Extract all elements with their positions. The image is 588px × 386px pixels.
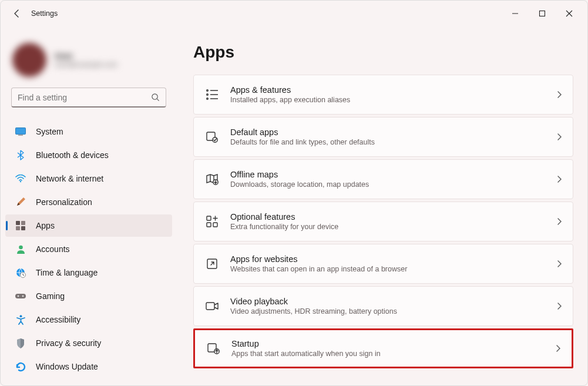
svg-rect-29	[207, 216, 211, 220]
avatar	[12, 43, 46, 77]
sidebar-item-update[interactable]: Windows Update	[5, 355, 172, 378]
svg-point-25	[213, 137, 217, 142]
chevron-right-icon	[557, 90, 562, 99]
svg-rect-10	[21, 226, 25, 230]
chevron-right-icon	[557, 175, 562, 183]
card-apps-features[interactable]: Apps & features Installed apps, app exec…	[193, 75, 573, 115]
user-email: user@example.com	[55, 61, 117, 69]
svg-line-3	[157, 99, 159, 100]
app-title: Settings	[31, 9, 58, 18]
card-offline-maps[interactable]: Offline maps Downloads, storage location…	[193, 159, 573, 199]
titlebar: Settings	[1, 1, 587, 26]
card-title: Startup	[231, 339, 556, 348]
chevron-right-icon	[557, 302, 562, 310]
card-title: Default apps	[230, 127, 557, 137]
default-apps-icon	[204, 129, 220, 145]
search-input[interactable]	[18, 93, 151, 102]
sidebar-item-label: Gaming	[36, 291, 65, 301]
gamepad-icon	[15, 290, 26, 302]
add-grid-icon	[204, 214, 220, 229]
user-name: User	[55, 51, 117, 61]
sidebar-item-apps[interactable]: Apps	[5, 214, 172, 237]
update-icon	[15, 361, 26, 372]
sidebar-item-label: Accounts	[36, 244, 70, 254]
card-startup[interactable]: Startup Apps that start automatically wh…	[193, 328, 573, 368]
sidebar-item-label: Time & language	[36, 268, 98, 277]
sidebar-item-label: Accessibility	[36, 315, 80, 324]
svg-rect-8	[21, 221, 25, 225]
card-subtitle: Downloads, storage location, map updates	[230, 180, 557, 189]
card-title: Optional features	[230, 212, 557, 221]
card-subtitle: Defaults for file and link types, other …	[230, 138, 557, 146]
svg-rect-33	[206, 303, 214, 310]
svg-point-16	[22, 296, 24, 297]
card-optional-features[interactable]: Optional features Extra functionality fo…	[193, 202, 573, 241]
chevron-right-icon	[556, 344, 561, 353]
svg-point-17	[19, 315, 22, 317]
sidebar-item-network[interactable]: Network & internet	[5, 167, 172, 190]
sidebar-item-personalization[interactable]: Personalization	[5, 191, 172, 213]
person-icon	[15, 243, 26, 255]
svg-rect-1	[540, 11, 545, 16]
card-subtitle: Websites that can open in an app instead…	[230, 265, 557, 273]
card-subtitle: Extra functionality for your device	[230, 223, 557, 231]
window-controls	[502, 2, 583, 25]
sidebar-item-accounts[interactable]: Accounts	[5, 238, 172, 260]
sidebar-item-time[interactable]: Time & language	[5, 261, 172, 284]
sidebar-item-label: Network & internet	[36, 174, 103, 183]
card-subtitle: Installed apps, app execution aliases	[230, 96, 557, 104]
list-icon	[204, 87, 220, 102]
card-title: Apps for websites	[230, 254, 557, 264]
svg-point-22	[207, 98, 209, 100]
svg-rect-7	[16, 221, 20, 225]
svg-point-11	[19, 246, 23, 250]
card-apps-websites[interactable]: Apps for websites Websites that can open…	[193, 244, 573, 284]
apps-grid-icon	[15, 220, 26, 231]
close-button[interactable]	[556, 2, 583, 25]
search-box[interactable]	[11, 88, 166, 108]
sidebar-item-accessibility[interactable]: Accessibility	[5, 308, 172, 331]
main-panel: Apps Apps & features Installed apps, app…	[177, 26, 587, 385]
card-title: Offline maps	[230, 170, 557, 179]
paintbrush-icon	[15, 196, 26, 208]
svg-rect-9	[16, 226, 20, 230]
startup-icon	[206, 341, 221, 356]
svg-point-18	[207, 90, 209, 92]
sidebar-item-label: Apps	[36, 221, 55, 230]
sidebar-item-label: Personalization	[36, 197, 92, 207]
bluetooth-icon	[15, 149, 26, 161]
back-button[interactable]	[5, 2, 29, 25]
maximize-button[interactable]	[529, 2, 556, 25]
svg-point-2	[152, 94, 157, 99]
display-icon	[15, 126, 26, 137]
sidebar-item-gaming[interactable]: Gaming	[5, 285, 172, 307]
search-icon	[151, 93, 160, 102]
svg-rect-4	[16, 128, 26, 135]
chevron-right-icon	[557, 260, 562, 268]
wifi-icon	[15, 173, 26, 184]
card-title: Apps & features	[230, 85, 557, 95]
map-download-icon	[204, 172, 220, 187]
minimize-button[interactable]	[502, 2, 529, 25]
sidebar-item-label: Windows Update	[36, 362, 98, 371]
svg-rect-14	[15, 294, 26, 298]
card-subtitle: Apps that start automatically when you s…	[231, 350, 556, 358]
user-profile[interactable]: User user@example.com	[5, 36, 172, 88]
sidebar: User user@example.com System Bluetooth	[1, 26, 177, 385]
accessibility-icon	[15, 314, 26, 325]
card-title: Video playback	[230, 297, 557, 306]
sidebar-item-privacy[interactable]: Privacy & security	[5, 332, 172, 354]
sidebar-item-bluetooth[interactable]: Bluetooth & devices	[5, 144, 172, 166]
sidebar-item-label: Bluetooth & devices	[36, 150, 109, 160]
video-icon	[204, 298, 220, 314]
open-link-icon	[204, 256, 220, 271]
sidebar-item-system[interactable]: System	[5, 120, 172, 143]
shield-icon	[15, 337, 26, 349]
sidebar-item-label: Privacy & security	[36, 338, 101, 348]
card-video-playback[interactable]: Video playback Video adjustments, HDR st…	[193, 286, 573, 326]
page-title: Apps	[193, 43, 573, 62]
chevron-right-icon	[557, 133, 562, 141]
svg-point-6	[20, 181, 21, 182]
svg-rect-5	[18, 135, 23, 136]
card-default-apps[interactable]: Default apps Defaults for file and link …	[193, 117, 573, 157]
